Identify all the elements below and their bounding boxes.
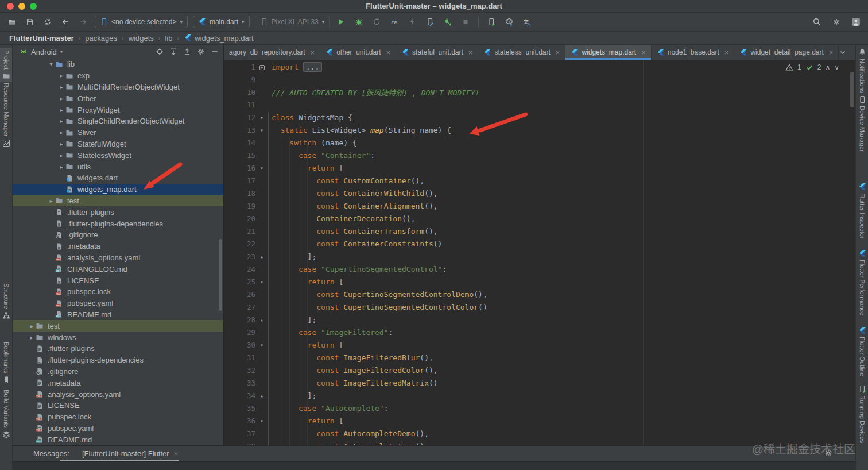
target-device-dropdown[interactable]: Pixel XL API 33 ▾	[255, 16, 330, 28]
fold-marker-icon[interactable]: +	[255, 64, 268, 70]
code-line[interactable]: 11	[224, 98, 855, 111]
locate-file-icon[interactable]	[156, 48, 164, 56]
device-selector-dropdown[interactable]: <no device selected> ▾	[95, 16, 188, 28]
avatar[interactable]	[850, 16, 862, 28]
tree-chevron-icon[interactable]: ▸	[28, 323, 36, 329]
chevron-down-icon[interactable]: ▾	[60, 49, 63, 55]
search-icon[interactable]	[811, 16, 823, 28]
editor-tab[interactable]: node1_base.dart×	[652, 45, 735, 60]
tree-item[interactable]: ▸MultiChildRenderObjectWidget	[13, 82, 223, 93]
fold-marker-icon[interactable]: ▾	[255, 279, 268, 285]
editor-tab[interactable]: stateful_unit.dart×	[396, 45, 478, 60]
breadcrumb-item[interactable]: widgets	[127, 34, 155, 43]
breadcrumb-item[interactable]: lib	[164, 34, 173, 43]
code-line[interactable]: 22 const ContainerConstraints()	[224, 237, 855, 250]
tree-item[interactable]: .flutter-plugins-dependencies	[13, 218, 223, 229]
next-problem-icon[interactable]: ∨	[834, 63, 839, 71]
sdk-manager-icon[interactable]	[503, 16, 516, 28]
tree-chevron-icon[interactable]: ▸	[57, 107, 65, 113]
tree-chevron-icon[interactable]: ▸	[57, 118, 65, 124]
prev-problem-icon[interactable]: ∧	[825, 63, 830, 71]
attach-debugger-icon[interactable]	[424, 16, 436, 28]
tree-item[interactable]: .metadata	[13, 377, 223, 388]
gauge-icon[interactable]	[388, 16, 401, 28]
tool-strip-item-project[interactable]: Project	[0, 48, 13, 82]
messages-gear-icon[interactable]	[824, 449, 832, 457]
breadcrumb-item[interactable]: packages	[84, 34, 118, 43]
tree-chevron-icon[interactable]: ▸	[57, 84, 65, 90]
stop-icon[interactable]	[459, 16, 472, 28]
tree-item[interactable]: MDCHANGELOG.md	[13, 263, 223, 275]
tree-item[interactable]: ▸test	[13, 320, 223, 332]
breadcrumb-item[interactable]: widgets_map.dart	[183, 34, 255, 43]
tab-close-icon[interactable]: ×	[724, 48, 729, 57]
messages-tab[interactable]: [FlutterUnit-master] Flutter ×	[82, 449, 178, 458]
code-line[interactable]: 25▾ return [	[224, 275, 855, 288]
code-line[interactable]: 31 const ImageFilteredBlur(),	[224, 351, 855, 364]
fold-marker-icon[interactable]: ▾	[255, 165, 268, 171]
flutter-attach-icon[interactable]	[441, 16, 454, 28]
tree-item[interactable]: MDREADME.md	[13, 434, 223, 445]
code-line[interactable]: 36▾ return [	[224, 414, 855, 427]
tree-item[interactable]: .flutter-plugins	[13, 343, 223, 355]
collapse-all-icon[interactable]	[183, 48, 191, 56]
forward-icon[interactable]	[77, 16, 90, 28]
code-line[interactable]: 37 const AutocompleteDemo(),	[224, 427, 855, 440]
code-line[interactable]: 28▴ ];	[224, 313, 855, 326]
run-config-dropdown[interactable]: main.dart ▾	[193, 16, 250, 28]
tree-item[interactable]: YMLanalysis_options.yaml	[13, 388, 223, 400]
tree-item[interactable]: ▸ProxyWidget	[13, 104, 223, 115]
tree-item[interactable]: .flutter-plugins	[13, 206, 223, 218]
tree-item[interactable]: ▸utils	[13, 161, 223, 172]
tool-strip-item-flutter-outline[interactable]: Flutter Outline	[856, 326, 868, 376]
open-icon[interactable]	[6, 16, 18, 28]
editor-tab[interactable]: agory_db_repository.dart×	[224, 45, 320, 60]
tree-chevron-icon[interactable]: ▸	[47, 198, 55, 204]
debug-icon[interactable]	[352, 16, 365, 28]
tool-strip-item-flutter-performance[interactable]: Flutter Performance	[856, 249, 868, 315]
tool-strip-item-resource-manager[interactable]: Resource Manager	[0, 83, 13, 147]
tool-strip-item-structure[interactable]: Structure	[0, 283, 13, 319]
tree-item[interactable]: .metadata	[13, 241, 223, 252]
code-line[interactable]: 10/// AUTO CREATED BY [张风捷特烈] , DON'T MO…	[224, 86, 855, 98]
hide-panel-icon[interactable]	[211, 48, 219, 56]
code-line[interactable]: 1+import ...	[224, 60, 855, 73]
save-icon[interactable]	[24, 16, 36, 28]
tree-item[interactable]: LICENSE	[13, 275, 223, 286]
translate-icon[interactable]: 文A	[521, 16, 533, 28]
profiler-icon[interactable]	[370, 16, 383, 28]
tool-strip-item-running-devices[interactable]: Running Devices	[856, 385, 868, 443]
tab-close-icon[interactable]: ×	[386, 48, 391, 57]
code-line[interactable]: 34▴ ];	[224, 389, 855, 402]
code-line[interactable]: 33 const ImageFilteredMatrix()	[224, 376, 855, 389]
code-line[interactable]: 38 const AutocompleteType()	[224, 440, 855, 445]
tab-close-icon[interactable]: ×	[829, 48, 834, 57]
device-manager-icon[interactable]	[485, 16, 498, 28]
editor-scrollbar[interactable]	[850, 72, 854, 107]
code-line[interactable]: 19 const ContainerAlignment(),	[224, 199, 855, 212]
tool-strip-item-notifications[interactable]: Notifications	[856, 48, 868, 93]
code-line[interactable]: 24 case "CupertinoSegmentedControl":	[224, 263, 855, 275]
tree-item[interactable]: YMLpubspec.yaml	[13, 423, 223, 434]
editor-tab[interactable]: other_unit.dart×	[320, 45, 396, 60]
code-line[interactable]: 32 const ImageFilteredColor(),	[224, 364, 855, 376]
code-line[interactable]: 23▴ ];	[224, 250, 855, 263]
fold-marker-icon[interactable]: ▾	[255, 418, 268, 424]
code-line[interactable]: 20 ContainerDecoration(),	[224, 212, 855, 225]
tab-close-icon[interactable]: ×	[311, 48, 315, 57]
editor-tab[interactable]: widget_detail_page.dart×	[734, 45, 839, 60]
code-line[interactable]: 9	[224, 73, 855, 86]
tree-item[interactable]: ▸test	[13, 195, 223, 207]
code-editor[interactable]: 1+import ...910/// AUTO CREATED BY [张风捷特…	[224, 60, 855, 445]
code-line[interactable]: 16▾ return [	[224, 161, 855, 174]
expand-all-icon[interactable]	[169, 48, 177, 56]
inspections-widget[interactable]: 1 2 ∧ ∨	[785, 63, 839, 71]
code-line[interactable]: 21 const ContainerTransform(),	[224, 225, 855, 237]
tree-item[interactable]: ▸windows	[13, 332, 223, 343]
tree-item[interactable]: widgets_map.dart	[13, 184, 223, 195]
tree-item[interactable]: ▾lib	[13, 59, 223, 70]
tree-chevron-icon[interactable]: ▸	[57, 164, 65, 170]
code-line[interactable]: 17 const CustomContainer(),	[224, 174, 855, 187]
fold-marker-icon[interactable]: ▴	[255, 392, 268, 399]
tree-item[interactable]: YMLpubspec.yaml	[13, 298, 223, 309]
